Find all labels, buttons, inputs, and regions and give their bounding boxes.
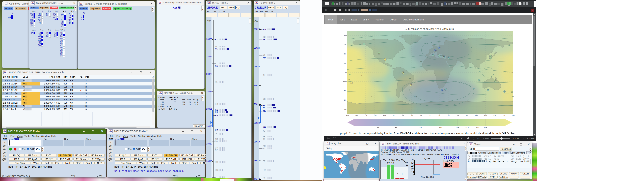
svg-text:28: 28 [360,75,362,76]
svg-text:18: 18 [420,61,422,62]
svg-text:19: 19 [511,91,513,93]
svg-text:0: 0 [430,115,430,117]
svg-text:−160: −160 [354,115,358,117]
svg-text:21: 21 [415,96,417,98]
svg-text:18: 18 [478,80,480,81]
svg-text:26: 26 [402,72,404,74]
svg-text:9: 9 [442,90,443,91]
svg-text:18.0: 18.0 [456,127,459,129]
svg-text:14: 14 [402,34,404,36]
svg-text:9: 9 [435,50,436,51]
svg-text:−140: −140 [364,115,367,117]
svg-text:160: 160 [502,115,505,117]
svg-text:14.0: 14.0 [439,127,442,129]
svg-text:−20: −20 [343,80,346,82]
svg-text:18: 18 [363,43,364,45]
svg-text:−40: −40 [343,90,346,92]
svg-text:32: 32 [384,59,386,60]
svg-text:180: 180 [512,115,514,117]
svg-text:28.0: 28.0 [484,127,487,129]
svg-text:20: 20 [438,115,440,117]
svg-text:18: 18 [512,96,514,98]
svg-text:25: 25 [348,78,350,80]
svg-text:5.3: 5.3 [377,127,379,129]
svg-text:−80: −80 [392,115,394,117]
svg-text:−120: −120 [373,115,376,117]
svg-text:28: 28 [349,74,350,76]
svg-text:15: 15 [439,56,440,57]
svg-text:15: 15 [504,91,505,92]
svg-text:14: 14 [443,56,445,58]
svg-text:−180: −180 [345,115,349,117]
svg-text:28: 28 [512,72,513,74]
svg-text:0: 0 [345,72,346,73]
svg-text:25: 25 [490,56,492,57]
svg-text:25: 25 [479,71,480,72]
svg-text:−20: −20 [420,115,422,117]
svg-text:27: 27 [490,58,492,59]
svg-text:40: 40 [448,115,450,117]
svg-text:8: 8 [439,47,440,48]
svg-text:28: 28 [371,95,372,97]
svg-text:140: 140 [494,115,496,117]
svg-text:−60: −60 [401,115,404,117]
svg-text:10.1: 10.1 [419,127,422,129]
svg-text:14: 14 [432,54,434,56]
svg-text:48: 48 [351,82,352,84]
svg-text:15: 15 [448,57,450,58]
svg-text:60: 60 [457,115,459,117]
svg-text:80: 80 [344,34,346,36]
svg-text:28: 28 [410,84,412,86]
svg-text:21: 21 [494,80,496,82]
svg-text:60: 60 [344,44,346,46]
svg-text:−80: −80 [343,108,346,110]
svg-text:40: 40 [344,53,346,55]
svg-text:20: 20 [378,52,380,54]
svg-text:16: 16 [487,89,489,91]
svg-text:21.0: 21.0 [466,127,469,129]
svg-text:−60: −60 [343,99,346,101]
svg-text:24.8: 24.8 [476,127,480,129]
svg-text:120: 120 [484,115,487,117]
svg-text:100: 100 [475,115,478,117]
svg-text:21: 21 [409,78,411,79]
svg-text:−40: −40 [410,115,413,117]
svg-text:11: 11 [445,89,446,90]
svg-text:20: 20 [344,62,346,64]
svg-text:7.0: 7.0 [395,127,397,129]
svg-text:−100: −100 [382,115,386,117]
svg-text:80: 80 [466,115,468,117]
svg-text:14: 14 [473,88,474,90]
svg-text:10: 10 [438,42,440,43]
